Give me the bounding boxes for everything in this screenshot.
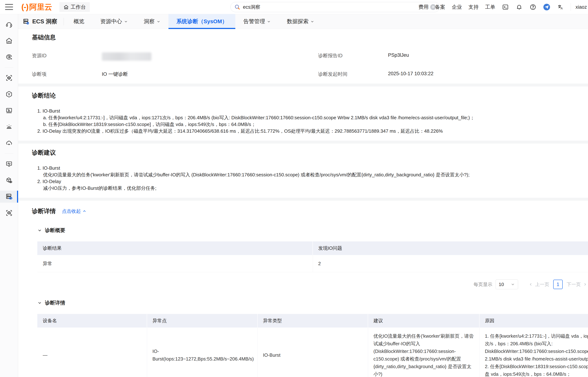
chevron-right-icon [583, 282, 587, 287]
help-icon[interactable] [529, 3, 537, 11]
pagination: 每页显示 10 上一页 1 下一页 [37, 280, 588, 289]
suggestion-item-2-detail: 减小IO压力，参考IO-Burst的诊断结果，优化部分任务; [32, 185, 588, 192]
start-time-value: 2025-10-17 10:03:22 [388, 71, 588, 77]
sidebar-item-support[interactable] [0, 19, 18, 30]
sidebar-divider [5, 153, 13, 154]
collapse-details-link[interactable]: 点击收起 [62, 208, 87, 214]
summary-title: 诊断概要 [45, 227, 65, 234]
detail-col-device: 设备名 [37, 314, 147, 328]
diag-item-label: 诊断项 [32, 71, 102, 77]
sidebar-item-cloud[interactable] [0, 137, 18, 149]
detail-col-suggestion: 建议 [368, 314, 479, 328]
username[interactable]: xiaozh [571, 3, 587, 11]
tab-sysom[interactable]: 系统诊断（SysOM） [169, 14, 236, 29]
nav-support[interactable]: 支持 [468, 4, 479, 11]
sidebar-item-ecs-insight[interactable] [0, 191, 18, 203]
per-page-select[interactable]: 10 [496, 280, 518, 289]
svg-text:A: A [561, 7, 563, 10]
detail-table-title: 诊断详情 [45, 299, 65, 306]
sidebar-item-resource-watch[interactable] [0, 174, 18, 186]
details-section: 诊断详情 点击收起 诊断概要 [18, 201, 588, 377]
suggestion-title: 诊断建议 [32, 149, 588, 157]
tab-divider [64, 18, 64, 25]
suggestion-item-2: 2. IO-Delay [32, 178, 588, 185]
chevron-down-icon [310, 20, 314, 24]
prev-page-button[interactable]: 上一页 [529, 281, 549, 288]
table-row[interactable]: 异常 2 [37, 255, 588, 272]
summary-table: 诊断结果 发现IO问题 异常 2 [37, 241, 588, 272]
nav-enterprise[interactable]: 企业 [452, 4, 462, 11]
nav-ticket[interactable]: 工单 [485, 4, 495, 11]
feedback-plane-icon[interactable] [543, 3, 550, 11]
reason-cell: 1. 任务[kworker/u4:2:17731:-]，访问磁盘 vda，iop… [479, 328, 588, 377]
tab-overview[interactable]: 概览 [66, 14, 92, 29]
detail-col-anomaly-point: 异常点 [147, 314, 257, 328]
left-sidebar [0, 14, 18, 377]
conclusion-title: 诊断结论 [32, 92, 588, 100]
section-divider [18, 198, 588, 201]
sidebar-item-product-cube[interactable] [0, 88, 18, 100]
suggestion-item-1-detail: 优化IO流量最大的任务('kworker'刷新脏页，请尝试减少buffer-IO… [32, 171, 588, 178]
main-area: ECS 洞察 概览 资源中心 洞察 系统诊断（SysOM） 告警管理 数据探索 … [18, 14, 588, 377]
table-row[interactable]: — IO-Burst(Iops:123~1272,Bps:55.2MB/s~20… [37, 328, 588, 377]
sidebar-item-diagnose-search[interactable] [0, 207, 18, 219]
summary-io-issues-cell: 2 [313, 255, 588, 272]
search-input[interactable] [243, 4, 430, 10]
alicloud-logo[interactable]: (-) 阿里云 [21, 2, 52, 12]
sidebar-divider [5, 67, 13, 68]
home-icon [63, 4, 69, 10]
tab-resource-center[interactable]: 资源中心 [92, 14, 136, 29]
ecs-insight-icon [23, 18, 30, 25]
details-title: 诊断详情 [32, 207, 56, 215]
basic-info-title: 基础信息 [32, 33, 588, 42]
next-page-button[interactable]: 下一页 [567, 281, 587, 288]
tab-data-explore[interactable]: 数据探索 [279, 14, 322, 29]
sidebar-item-home[interactable] [0, 35, 18, 47]
tab-alert[interactable]: 告警管理 [235, 14, 279, 29]
chevron-down-icon [37, 228, 42, 233]
search-icon [234, 4, 240, 10]
summary-col-result: 诊断结果 [37, 241, 313, 255]
hamburger-menu-icon[interactable] [0, 4, 18, 10]
resource-id-label: 资源ID [32, 52, 102, 61]
product-title-block: ECS 洞察 [18, 18, 64, 25]
detail-col-reason: 原因 [479, 314, 588, 328]
summary-col-io-issues: 发现IO问题 [313, 241, 588, 255]
tab-insight[interactable]: 洞察 [136, 14, 169, 29]
detail-collapse-header[interactable]: 诊断详情 [37, 299, 588, 306]
detail-col-anomaly-type: 异常类型 [257, 314, 368, 328]
sidebar-item-monitoring[interactable] [0, 158, 18, 170]
nav-icp[interactable]: 备案 [435, 4, 445, 11]
terminal-icon[interactable] [502, 3, 509, 11]
top-bar: (-) 阿里云 工作台 ✕ 费用 备案 企业 支持 工单 A [0, 0, 588, 14]
workbench-button[interactable]: 工作台 [59, 2, 90, 12]
sidebar-item-community[interactable] [0, 51, 18, 63]
summary-result-cell: 异常 [37, 255, 313, 272]
report-id-label: 诊断报告ID [318, 52, 388, 61]
device-cell: — [37, 328, 147, 377]
bell-icon[interactable] [516, 3, 523, 11]
section-divider [18, 83, 588, 86]
global-search[interactable]: ✕ [230, 2, 440, 12]
current-page-button[interactable]: 1 [553, 280, 563, 289]
section-divider [18, 141, 588, 143]
chevron-down-icon [157, 20, 160, 24]
chevron-down-icon [37, 301, 42, 305]
anomaly-type-cell: IO-Burst [257, 328, 368, 377]
sidebar-item-alarm[interactable] [0, 121, 18, 133]
product-tab-bar: ECS 洞察 概览 资源中心 洞察 系统诊断（SysOM） 告警管理 数据探索 [18, 14, 588, 29]
nav-billing[interactable]: 费用 [418, 4, 429, 11]
start-time-label: 诊断发起时间 [318, 71, 388, 77]
suggestion-item-1: 1. IO-Burst [32, 165, 588, 171]
anomaly-point-cell: IO-Burst(Iops:123~1272,Bps:55.2MB/s~206.… [147, 328, 257, 377]
per-page-label: 每页显示 [474, 281, 492, 288]
sidebar-item-console[interactable] [0, 105, 18, 117]
chevron-up-icon [82, 209, 87, 213]
language-icon[interactable]: A [557, 3, 564, 11]
workbench-label: 工作台 [71, 4, 86, 11]
summary-collapse-header[interactable]: 诊断概要 [37, 227, 588, 234]
basic-info-section: 基础信息 资源ID 诊断报告ID PSp3lJeu 诊断项 IO 一键诊断 诊断… [18, 29, 588, 83]
sidebar-item-instance-scan[interactable] [0, 72, 18, 84]
alicloud-logo-text: 阿里云 [29, 2, 52, 12]
alicloud-logo-bracket: (-) [21, 2, 28, 12]
